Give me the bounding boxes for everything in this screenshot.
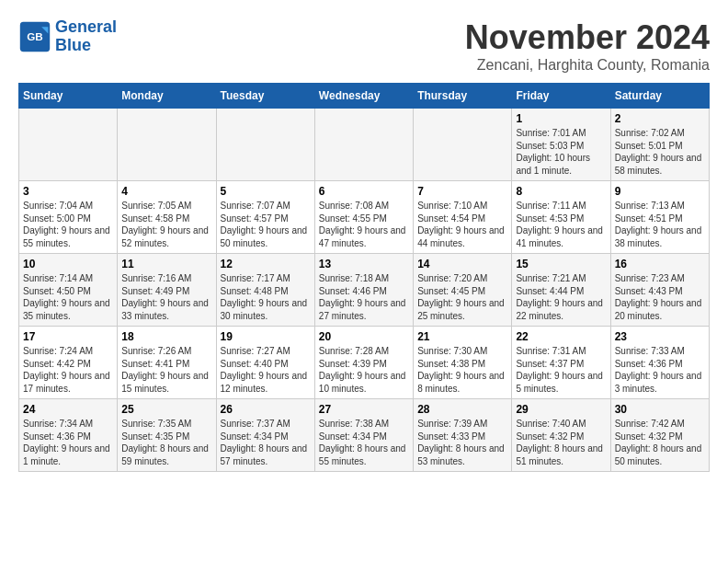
day-header-thursday: Thursday [414,84,512,109]
day-detail: Sunrise: 7:31 AM Sunset: 4:37 PM Dayligh… [516,345,606,395]
day-detail: Sunrise: 7:35 AM Sunset: 4:35 PM Dayligh… [121,418,211,467]
calendar-cell: 11Sunrise: 7:16 AM Sunset: 4:49 PM Dayli… [118,254,216,327]
day-number: 26 [221,403,311,416]
month-title: November 2024 [465,18,710,57]
day-number: 22 [516,330,606,343]
calendar-week-1: 1Sunrise: 7:01 AM Sunset: 5:03 PM Daylig… [19,109,710,181]
day-number: 1 [516,112,606,125]
day-detail: Sunrise: 7:38 AM Sunset: 4:34 PM Dayligh… [319,418,409,467]
subtitle: Zencani, Harghita County, Romania [465,57,710,74]
day-detail: Sunrise: 7:02 AM Sunset: 5:01 PM Dayligh… [615,127,705,177]
calendar-body: 1Sunrise: 7:01 AM Sunset: 5:03 PM Daylig… [19,109,710,472]
day-number: 25 [121,403,211,416]
day-header-sunday: Sunday [19,84,118,109]
logo: GB General Blue [18,18,117,55]
day-number: 20 [319,330,409,343]
calendar-cell: 28Sunrise: 7:39 AM Sunset: 4:33 PM Dayli… [414,399,512,472]
day-detail: Sunrise: 7:27 AM Sunset: 4:40 PM Dayligh… [221,345,311,395]
calendar-cell: 12Sunrise: 7:17 AM Sunset: 4:48 PM Dayli… [216,254,314,327]
day-detail: Sunrise: 7:16 AM Sunset: 4:49 PM Dayligh… [121,272,211,322]
day-number: 7 [417,185,507,198]
logo-line1: General [55,17,117,36]
calendar-cell: 26Sunrise: 7:37 AM Sunset: 4:34 PM Dayli… [216,399,314,472]
day-detail: Sunrise: 7:24 AM Sunset: 4:42 PM Dayligh… [23,345,113,395]
day-number: 13 [319,258,409,270]
calendar-cell: 22Sunrise: 7:31 AM Sunset: 4:37 PM Dayli… [512,327,610,399]
calendar-cell: 10Sunrise: 7:14 AM Sunset: 4:50 PM Dayli… [19,254,118,327]
day-number: 3 [23,185,113,198]
calendar-cell [414,109,512,181]
calendar-cell: 27Sunrise: 7:38 AM Sunset: 4:34 PM Dayli… [314,399,413,472]
calendar-cell: 18Sunrise: 7:26 AM Sunset: 4:41 PM Dayli… [118,327,216,399]
calendar-cell: 7Sunrise: 7:10 AM Sunset: 4:54 PM Daylig… [414,181,512,254]
day-number: 15 [516,258,606,270]
calendar-cell [19,109,118,181]
day-number: 24 [23,403,113,416]
calendar-cell: 13Sunrise: 7:18 AM Sunset: 4:46 PM Dayli… [314,254,413,327]
day-number: 23 [615,330,705,343]
calendar-cell: 14Sunrise: 7:20 AM Sunset: 4:45 PM Dayli… [414,254,512,327]
calendar-header-row: SundayMondayTuesdayWednesdayThursdayFrid… [19,84,710,109]
day-header-tuesday: Tuesday [216,84,314,109]
day-detail: Sunrise: 7:28 AM Sunset: 4:39 PM Dayligh… [319,345,409,395]
day-detail: Sunrise: 7:18 AM Sunset: 4:46 PM Dayligh… [319,272,409,322]
calendar-cell: 5Sunrise: 7:07 AM Sunset: 4:57 PM Daylig… [216,181,314,254]
logo-line2: Blue [55,36,91,54]
calendar-cell: 9Sunrise: 7:13 AM Sunset: 4:51 PM Daylig… [610,181,709,254]
calendar-cell [118,109,216,181]
day-number: 16 [615,258,705,270]
day-detail: Sunrise: 7:34 AM Sunset: 4:36 PM Dayligh… [23,418,113,467]
day-number: 12 [221,258,311,270]
day-detail: Sunrise: 7:01 AM Sunset: 5:03 PM Dayligh… [516,127,606,177]
day-number: 10 [23,258,113,270]
logo-text: General Blue [55,18,117,55]
calendar-cell: 6Sunrise: 7:08 AM Sunset: 4:55 PM Daylig… [314,181,413,254]
calendar-cell: 24Sunrise: 7:34 AM Sunset: 4:36 PM Dayli… [19,399,118,472]
day-detail: Sunrise: 7:04 AM Sunset: 5:00 PM Dayligh… [23,200,113,249]
day-detail: Sunrise: 7:11 AM Sunset: 4:53 PM Dayligh… [516,200,606,249]
calendar-week-2: 3Sunrise: 7:04 AM Sunset: 5:00 PM Daylig… [19,181,710,254]
day-detail: Sunrise: 7:14 AM Sunset: 4:50 PM Dayligh… [23,272,113,322]
calendar-cell: 19Sunrise: 7:27 AM Sunset: 4:40 PM Dayli… [216,327,314,399]
calendar-cell [314,109,413,181]
day-detail: Sunrise: 7:20 AM Sunset: 4:45 PM Dayligh… [417,272,507,322]
day-detail: Sunrise: 7:07 AM Sunset: 4:57 PM Dayligh… [221,200,311,249]
day-number: 9 [615,185,705,198]
day-detail: Sunrise: 7:26 AM Sunset: 4:41 PM Dayligh… [121,345,211,395]
day-number: 2 [615,112,705,125]
day-number: 5 [221,185,311,198]
calendar-cell: 29Sunrise: 7:40 AM Sunset: 4:32 PM Dayli… [512,399,610,472]
calendar-week-3: 10Sunrise: 7:14 AM Sunset: 4:50 PM Dayli… [19,254,710,327]
day-header-wednesday: Wednesday [314,84,413,109]
calendar-cell: 16Sunrise: 7:23 AM Sunset: 4:43 PM Dayli… [610,254,709,327]
day-number: 6 [319,185,409,198]
calendar-cell: 4Sunrise: 7:05 AM Sunset: 4:58 PM Daylig… [118,181,216,254]
day-number: 28 [417,403,507,416]
day-header-monday: Monday [118,84,216,109]
day-number: 18 [121,330,211,343]
day-header-friday: Friday [512,84,610,109]
day-detail: Sunrise: 7:39 AM Sunset: 4:33 PM Dayligh… [417,418,507,467]
day-number: 14 [417,258,507,270]
calendar-cell: 20Sunrise: 7:28 AM Sunset: 4:39 PM Dayli… [314,327,413,399]
day-header-saturday: Saturday [610,84,709,109]
day-detail: Sunrise: 7:23 AM Sunset: 4:43 PM Dayligh… [615,272,705,322]
calendar-cell: 8Sunrise: 7:11 AM Sunset: 4:53 PM Daylig… [512,181,610,254]
calendar-cell: 1Sunrise: 7:01 AM Sunset: 5:03 PM Daylig… [512,109,610,181]
calendar-cell: 3Sunrise: 7:04 AM Sunset: 5:00 PM Daylig… [19,181,118,254]
calendar-cell: 23Sunrise: 7:33 AM Sunset: 4:36 PM Dayli… [610,327,709,399]
day-number: 17 [23,330,113,343]
calendar-cell: 21Sunrise: 7:30 AM Sunset: 4:38 PM Dayli… [414,327,512,399]
day-detail: Sunrise: 7:17 AM Sunset: 4:48 PM Dayligh… [221,272,311,322]
day-detail: Sunrise: 7:05 AM Sunset: 4:58 PM Dayligh… [121,200,211,249]
title-area: November 2024 Zencani, Harghita County, … [465,18,710,74]
calendar-cell: 15Sunrise: 7:21 AM Sunset: 4:44 PM Dayli… [512,254,610,327]
day-detail: Sunrise: 7:33 AM Sunset: 4:36 PM Dayligh… [615,345,705,395]
calendar-week-4: 17Sunrise: 7:24 AM Sunset: 4:42 PM Dayli… [19,327,710,399]
day-detail: Sunrise: 7:40 AM Sunset: 4:32 PM Dayligh… [516,418,606,467]
calendar-cell: 30Sunrise: 7:42 AM Sunset: 4:32 PM Dayli… [610,399,709,472]
day-detail: Sunrise: 7:21 AM Sunset: 4:44 PM Dayligh… [516,272,606,322]
day-detail: Sunrise: 7:37 AM Sunset: 4:34 PM Dayligh… [221,418,311,467]
calendar-week-5: 24Sunrise: 7:34 AM Sunset: 4:36 PM Dayli… [19,399,710,472]
day-number: 8 [516,185,606,198]
